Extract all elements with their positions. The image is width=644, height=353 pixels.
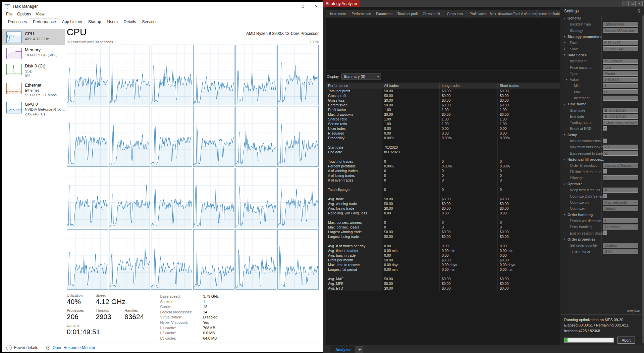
backtest-type-dropdown[interactable]: Optimization▾ bbox=[603, 22, 638, 27]
settings-row: StrategySample MA crossover▾ bbox=[561, 28, 641, 34]
section-collapse-icon[interactable]: ▼ bbox=[564, 54, 568, 56]
template-link[interactable]: template bbox=[627, 309, 640, 313]
maximum-bars-look-b-dropdown[interactable]: 256▾ bbox=[603, 145, 638, 150]
increment-input[interactable]: 5 bbox=[603, 96, 638, 101]
keep-best-results-input[interactable]: 10 bbox=[603, 188, 638, 193]
minimize-icon[interactable]: – bbox=[623, 1, 629, 6]
type-dropdown[interactable]: Minute▾ bbox=[603, 71, 638, 76]
fewer-details-button[interactable]: ∧ Fewer details bbox=[6, 345, 38, 350]
expander-icon[interactable]: ▶ bbox=[564, 48, 566, 50]
order-fill-resolution-dropdown[interactable]: Standard (Fastest)▾ bbox=[603, 163, 638, 168]
results-column-instrument[interactable]: Instrument bbox=[326, 10, 350, 17]
bars-required-to-trade-input[interactable]: 20 bbox=[603, 151, 638, 156]
tab-performance[interactable]: Performance bbox=[30, 18, 59, 26]
results-column-total-net-profit[interactable]: Total net profit bbox=[396, 10, 420, 17]
window-title-tab[interactable]: Strategy Analyzer bbox=[323, 0, 360, 7]
results-column-total-of-trades[interactable]: Total # of trades bbox=[514, 10, 537, 17]
sidebar-item-gpu[interactable]: GPU 0NVIDIA GeForce RTX ...23% (46 °C) bbox=[2, 99, 65, 118]
trading-hours-dropdown[interactable]: <Use instrument set...▾ bbox=[603, 120, 638, 125]
results-grid-body[interactable] bbox=[326, 17, 560, 70]
add-tab-button[interactable]: + bbox=[356, 346, 363, 353]
column-header-performance[interactable]: Performance bbox=[326, 83, 382, 89]
sidebar-item-memory[interactable]: Memory18.6/31.9 GB (58%) bbox=[2, 45, 65, 61]
tab-services[interactable]: Services bbox=[139, 18, 161, 26]
optimizer-dropdown[interactable]: Default▾ bbox=[603, 206, 638, 211]
column-header-all-trades[interactable]: All trades bbox=[382, 83, 440, 89]
set-order-quantity-dropdown[interactable]: Strategy▾ bbox=[603, 243, 638, 248]
tab-users[interactable]: Users bbox=[104, 18, 120, 26]
end-date-datepicker[interactable]: ▦08/31/2020▾ bbox=[603, 114, 638, 119]
row-label: Ulcer index bbox=[326, 126, 382, 131]
pin-icon[interactable] bbox=[638, 9, 641, 13]
max-input[interactable]: 60 bbox=[603, 89, 638, 94]
tab-analyzer[interactable]: Analyzer bbox=[331, 346, 356, 353]
results-column-parameters[interactable]: Parameters bbox=[373, 10, 396, 17]
display-dropdown[interactable]: Summary ($) ▾ bbox=[341, 73, 381, 80]
break-at-eod-checkbox[interactable]: ✓ bbox=[603, 126, 607, 131]
section-collapse-icon[interactable]: ▼ bbox=[564, 17, 568, 19]
section-collapse-icon[interactable]: ▼ bbox=[564, 158, 568, 160]
maximize-icon[interactable]: □ bbox=[296, 2, 310, 11]
results-column-performance[interactable]: Performance bbox=[350, 10, 373, 17]
time-in-force-dropdown[interactable]: GTC▾ bbox=[603, 249, 638, 254]
sidebar-item-disk[interactable]: Disk 0 (C:)SSD0% bbox=[2, 61, 65, 80]
settings-row: Maximum bars look b...256▾ bbox=[561, 144, 641, 150]
cell-value: $0.00 bbox=[382, 206, 440, 211]
value-input[interactable]: 1;60;5 (1) bbox=[603, 77, 638, 82]
table-row: Longest flat period0.00 min0.00 min0.00 … bbox=[326, 267, 560, 272]
tab-app-history[interactable]: App history bbox=[59, 18, 85, 26]
field-value: 60 bbox=[604, 90, 608, 94]
table-row: Total net profit$0.00$0.00$0.00 bbox=[326, 89, 560, 93]
close-icon[interactable]: × bbox=[310, 2, 323, 11]
instrument-dropdown[interactable]: MES 09-20▾ bbox=[603, 59, 638, 64]
menu-view[interactable]: View bbox=[34, 11, 47, 17]
cell-value: $0.00 bbox=[498, 112, 560, 117]
results-column-gross-loss[interactable]: Gross loss bbox=[443, 10, 467, 17]
start-date-datepicker[interactable]: ▦07/01/2020▾ bbox=[603, 108, 638, 113]
include-commission-checkbox[interactable] bbox=[603, 139, 607, 143]
column-header-short-trades[interactable]: Short trades bbox=[498, 83, 560, 89]
section-collapse-icon[interactable]: ▼ bbox=[564, 36, 568, 38]
entries-per-direction-input[interactable]: 1 bbox=[603, 218, 638, 223]
cell-value: $0.00 bbox=[440, 281, 498, 286]
expander-icon[interactable]: ▶ bbox=[564, 41, 566, 44]
exit-on-session-close-checkbox[interactable]: ✓ bbox=[603, 231, 607, 235]
abort-button[interactable]: Abort bbox=[618, 337, 635, 344]
open-resource-monitor-link[interactable]: Open Resource Monitor bbox=[46, 345, 95, 350]
column-header-long-trades[interactable]: Long trades bbox=[440, 83, 498, 89]
section-collapse-icon[interactable]: ▼ bbox=[564, 213, 568, 216]
entry-handling-dropdown[interactable]: All entries▾ bbox=[603, 224, 638, 230]
menu-file[interactable]: File bbox=[4, 11, 15, 17]
fast-input[interactable]: 5;40;1 (12) bbox=[603, 40, 638, 45]
strategy-dropdown[interactable]: Sample MA crossover▾ bbox=[603, 28, 638, 33]
results-column-percent-profitable[interactable]: Percent profitable bbox=[537, 10, 560, 17]
expander-icon[interactable]: ▼ bbox=[566, 79, 568, 81]
fill-limit-orders-on-to-checkbox[interactable] bbox=[603, 169, 607, 173]
section-collapse-icon[interactable]: ▼ bbox=[564, 183, 568, 185]
results-column-profit-factor[interactable]: Profit factor bbox=[467, 10, 490, 17]
maximize-icon[interactable]: □ bbox=[630, 1, 636, 6]
results-column-max-drawdown[interactable]: Max. drawdown bbox=[490, 10, 514, 17]
sidebar-item-cpu[interactable]: CPU40% 4.12 GHz bbox=[2, 29, 65, 45]
slow-input[interactable]: 25;200;1 (48) bbox=[603, 46, 638, 51]
section-collapse-icon[interactable]: ▼ bbox=[564, 134, 568, 136]
slippage-input[interactable]: 0 bbox=[603, 175, 638, 180]
tab-startup[interactable]: Startup bbox=[85, 18, 104, 26]
results-column-gross-profit[interactable]: Gross profit bbox=[420, 10, 443, 17]
minimize-icon[interactable]: – bbox=[283, 2, 296, 11]
tab-processes[interactable]: Processes bbox=[5, 18, 30, 26]
strategy-analyzer-titlebar[interactable]: Strategy Analyzer – □ × bbox=[323, 0, 644, 7]
section-collapse-icon[interactable]: ▼ bbox=[564, 103, 568, 105]
optimize-data-series-checkbox[interactable]: ✓ bbox=[603, 194, 607, 198]
close-icon[interactable]: × bbox=[637, 1, 643, 6]
sidebar-item-ethernet[interactable]: EthernetEthernetS: 113 R: 111 Mbps bbox=[2, 80, 65, 99]
settings-scrollbar[interactable] bbox=[642, 15, 644, 343]
task-manager-titlebar[interactable]: Task Manager – □ × bbox=[2, 2, 323, 11]
price-based-on-dropdown[interactable]: Last▾ bbox=[603, 65, 638, 70]
section-collapse-icon[interactable]: ▼ bbox=[564, 238, 568, 240]
table-row: Max. time to recover0.00 days0.00 days0.… bbox=[326, 262, 560, 267]
min-input[interactable]: 1 bbox=[603, 83, 638, 88]
menu-options[interactable]: Options bbox=[15, 11, 33, 17]
tab-details[interactable]: Details bbox=[121, 18, 139, 26]
optimize-on-dropdown[interactable]: Max. net profit▾ bbox=[603, 200, 638, 205]
